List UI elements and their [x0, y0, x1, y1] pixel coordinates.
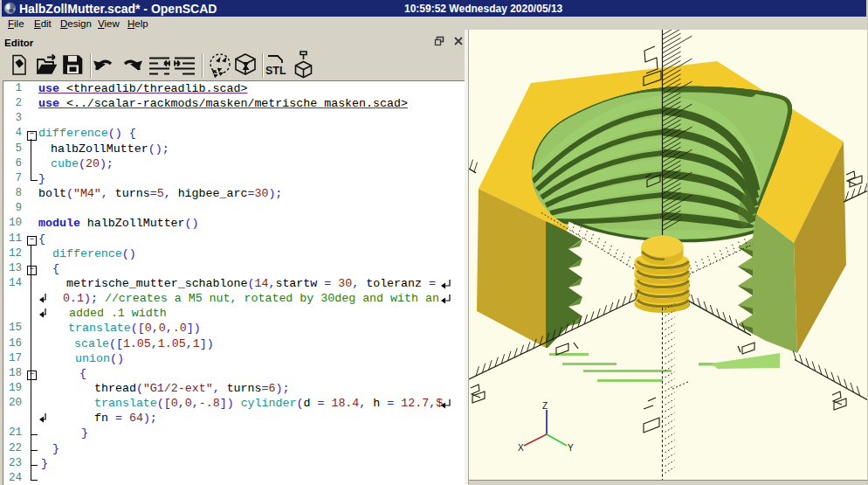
svg-text:X: X [518, 443, 524, 453]
svg-text:Z: Z [542, 401, 548, 411]
svg-text:Y: Y [568, 443, 574, 453]
